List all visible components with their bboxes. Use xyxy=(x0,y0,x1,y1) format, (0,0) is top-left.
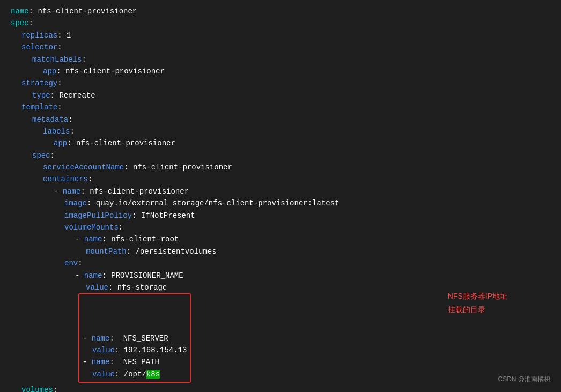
code-line-12: app: nfs-client-provisioner xyxy=(54,137,550,149)
code-line-10: metadata: xyxy=(32,114,550,125)
code-line-23: - name: PROVISIONER_NAME xyxy=(75,270,550,282)
code-line-volumes: volumes: xyxy=(21,384,550,392)
key: replicas xyxy=(21,31,57,40)
code-line-20: - name: nfs-client-root xyxy=(75,233,550,245)
code-line-13: spec: xyxy=(32,150,550,161)
code-line-6: app: nfs-client-provisioner xyxy=(43,65,550,77)
key: spec xyxy=(32,151,50,160)
key: volumeMounts xyxy=(64,223,119,232)
code-line-nfs-server-value: value: 192.168.154.13 xyxy=(92,344,187,356)
key: imagePullPolicy xyxy=(64,211,132,220)
key: metadata xyxy=(32,115,68,124)
annotation-line1: NFS服务器IP地址 xyxy=(448,290,507,303)
code-line-3: replicas: 1 xyxy=(21,29,550,41)
annotation-block: NFS服务器IP地址 挂载的目录 xyxy=(448,290,507,316)
code-line-nfs-path-value: value: /opt/k8s xyxy=(92,368,187,380)
code-line-15: containers: xyxy=(43,173,550,185)
code-line-17: image: quay.io/external_storage/nfs-clie… xyxy=(64,197,550,209)
key: containers xyxy=(43,175,88,183)
key: strategy xyxy=(21,79,57,87)
code-line-19: volumeMounts: xyxy=(64,221,550,233)
code-line-11: labels: xyxy=(43,125,550,137)
key: name xyxy=(63,187,81,196)
key: env xyxy=(64,259,78,268)
key: template xyxy=(21,103,57,112)
code-line-5: matchLabels: xyxy=(32,54,550,65)
code-line-21: mountPath: /persistentvolumes xyxy=(86,246,550,257)
key: image xyxy=(64,199,87,208)
highlight-k8s: k8s xyxy=(146,370,160,379)
key: name xyxy=(11,7,29,16)
key: volumes xyxy=(21,386,53,392)
code-line-7: strategy: xyxy=(21,77,550,89)
key: app xyxy=(43,67,56,76)
code-line-16: - name: nfs-client-provisioner xyxy=(54,186,550,197)
key: matchLabels xyxy=(32,55,82,64)
annotation-line2: 挂载的目录 xyxy=(448,303,507,316)
key: mountPath xyxy=(86,247,127,256)
key: spec xyxy=(11,19,29,27)
key: name xyxy=(84,271,102,280)
code-line-nfs-server-name: - name: NFS_SERVER xyxy=(83,332,187,344)
key: type xyxy=(32,91,50,100)
code-line-2: spec: xyxy=(11,17,550,29)
key: value xyxy=(86,283,108,292)
nfs-server-block: - name: NFS_SERVER value: 192.168.154.13… xyxy=(78,293,191,383)
key: serviceAccountName xyxy=(43,163,124,172)
code-block: name: nfs-client-provisioner spec: repli… xyxy=(0,0,561,392)
code-line-8: type: Recreate xyxy=(32,90,550,101)
key: selector xyxy=(21,43,57,51)
key: app xyxy=(54,139,67,147)
watermark: CSDN @淮南橘枳 xyxy=(498,375,550,384)
code-line-14: serviceAccountName: nfs-client-provision… xyxy=(43,161,550,173)
code-line-1: name: nfs-client-provisioner xyxy=(11,5,550,17)
key: labels xyxy=(43,127,70,136)
code-line-9: template: xyxy=(21,101,550,113)
code-line-4: selector: xyxy=(21,41,550,53)
code-line-18: imagePullPolicy: IfNotPresent xyxy=(64,210,550,221)
code-line-nfs-path-name: - name: NFS_PATH xyxy=(83,356,187,368)
nfs-highlight-box: - name: NFS_SERVER value: 192.168.154.13… xyxy=(78,293,191,383)
code-line-22: env: xyxy=(64,257,550,269)
code-line-25 xyxy=(26,296,187,332)
key: name xyxy=(84,235,102,243)
